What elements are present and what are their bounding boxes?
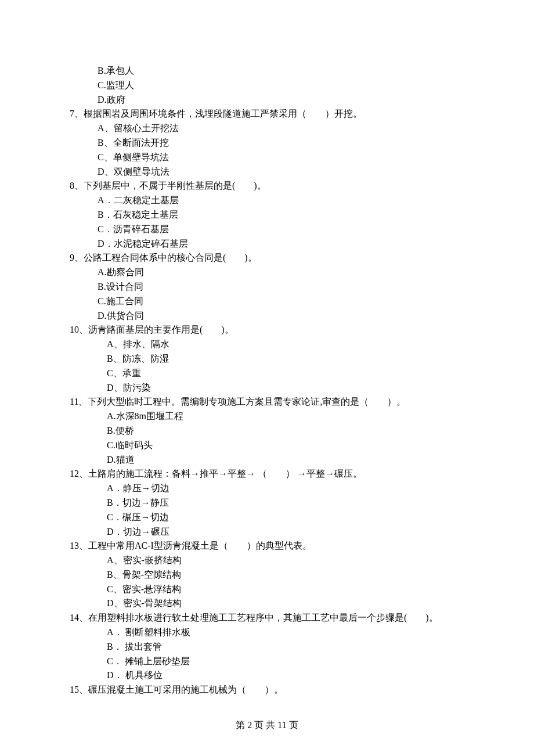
question-number: 11、 bbox=[70, 397, 88, 406]
question-number: 14、 bbox=[70, 613, 88, 622]
question-text: 下列大型临时工程中。需编制专项施工方案且需专家论证,审查的是（ ）。 bbox=[88, 397, 406, 406]
question-option: A、留核心土开挖法 bbox=[70, 121, 464, 136]
question-option: B、骨架-空隙结构 bbox=[70, 568, 464, 582]
question-option: D．切边→碾压 bbox=[70, 525, 464, 539]
question-option: C．碾压→切边 bbox=[70, 510, 464, 525]
question-number: 7、 bbox=[70, 109, 84, 118]
question-option: B、防冻、防湿 bbox=[70, 352, 464, 366]
question-option: D、密实-骨架结构 bbox=[70, 596, 464, 611]
question-option: D.供货合同 bbox=[70, 309, 464, 323]
question-text: 在用塑料排水板进行软土处理施工工艺程序中，其施工工艺中最后一个步骤是( )。 bbox=[88, 613, 438, 622]
question-option: B、全断面法开挖 bbox=[70, 136, 464, 150]
question-stem: 10、沥青路面基层的主要作用是( )。 bbox=[70, 323, 464, 337]
question-number: 15、 bbox=[70, 685, 88, 694]
question-text: 根据围岩及周围环境条件，浅埋段隧道施工严禁采用（ ）开挖。 bbox=[84, 109, 362, 118]
question-stem: 15、碾压混凝土施工可采用的施工机械为（ ）。 bbox=[70, 683, 464, 697]
question-option: C．沥青碎石基层 bbox=[70, 222, 464, 237]
question-option: B． 拔出套管 bbox=[70, 640, 464, 654]
question-stem: 7、根据围岩及周围环境条件，浅埋段隧道施工严禁采用（ ）开挖。 bbox=[70, 107, 464, 121]
question-option: C.临时码头 bbox=[70, 438, 464, 453]
question-text: 土路肩的施工流程：备料→推平→平整→ （ ） →平整→碾压。 bbox=[88, 469, 362, 478]
question-option: C、承重 bbox=[70, 366, 464, 381]
question-stem: 14、在用塑料排水板进行软土处理施工工艺程序中，其施工工艺中最后一个步骤是( )… bbox=[70, 611, 464, 625]
question-option: D．水泥稳定碎石基层 bbox=[70, 237, 464, 251]
question-text: 沥青路面基层的主要作用是( )。 bbox=[88, 325, 234, 334]
question-stem: 11、下列大型临时工程中。需编制专项施工方案且需专家论证,审查的是（ ）。 bbox=[70, 395, 464, 409]
question-option: C、单侧壁导坑法 bbox=[70, 150, 464, 165]
question-option: A． 割断塑料排水板 bbox=[70, 625, 464, 640]
question-text: 公路工程合同体系中的核心合同是( )。 bbox=[84, 253, 257, 262]
question-option: A．静压→切边 bbox=[70, 481, 464, 496]
question-option: B.承包人 bbox=[70, 64, 464, 78]
question-option: C、密实-悬浮结构 bbox=[70, 582, 464, 597]
question-text: 下列基层中，不属于半刚性基层的是( )。 bbox=[84, 181, 266, 190]
page-footer: 第 2 页 共 11 页 bbox=[0, 718, 534, 733]
question-option: B.便桥 bbox=[70, 424, 464, 438]
question-option: D.猫道 bbox=[70, 453, 464, 467]
question-text: 碾压混凝土施工可采用的施工机械为（ ）。 bbox=[88, 685, 283, 694]
question-stem: 13、工程中常用AC-I型沥青混凝土是（ ）的典型代表。 bbox=[70, 539, 464, 553]
question-text: 工程中常用AC-I型沥青混凝土是（ ）的典型代表。 bbox=[88, 541, 312, 550]
document-content: B.承包人C.监理人D.政府7、根据围岩及周围环境条件，浅埋段隧道施工严禁采用（… bbox=[70, 64, 464, 697]
question-option: D.政府 bbox=[70, 93, 464, 107]
question-option: C.监理人 bbox=[70, 78, 464, 93]
question-option: B．切边→静压 bbox=[70, 496, 464, 510]
question-option: A.水深8m围堰工程 bbox=[70, 409, 464, 424]
question-number: 12、 bbox=[70, 469, 88, 478]
question-option: D、双侧壁导坑法 bbox=[70, 165, 464, 179]
question-option: A、排水、隔水 bbox=[70, 337, 464, 352]
question-number: 13、 bbox=[70, 541, 88, 550]
question-option: A．二灰稳定土基层 bbox=[70, 193, 464, 208]
question-option: A.勘察合同 bbox=[70, 265, 464, 280]
question-option: B．石灰稳定土基层 bbox=[70, 208, 464, 222]
question-option: D、防污染 bbox=[70, 381, 464, 395]
question-number: 10、 bbox=[70, 325, 88, 334]
question-option: C.施工合同 bbox=[70, 294, 464, 309]
question-option: B.设计合同 bbox=[70, 280, 464, 294]
document-page: B.承包人C.监理人D.政府7、根据围岩及周围环境条件，浅埋段隧道施工严禁采用（… bbox=[0, 0, 534, 756]
question-number: 8、 bbox=[70, 181, 84, 190]
question-stem: 8、下列基层中，不属于半刚性基层的是( )。 bbox=[70, 179, 464, 193]
question-stem: 12、土路肩的施工流程：备料→推平→平整→ （ ） →平整→碾压。 bbox=[70, 467, 464, 481]
question-stem: 9、公路工程合同体系中的核心合同是( )。 bbox=[70, 251, 464, 265]
question-option: A、密实-嵌挤结构 bbox=[70, 553, 464, 568]
question-number: 9、 bbox=[70, 253, 84, 262]
question-option: C． 摊铺上层砂垫层 bbox=[70, 654, 464, 669]
question-option: D． 机具移位 bbox=[70, 668, 464, 683]
